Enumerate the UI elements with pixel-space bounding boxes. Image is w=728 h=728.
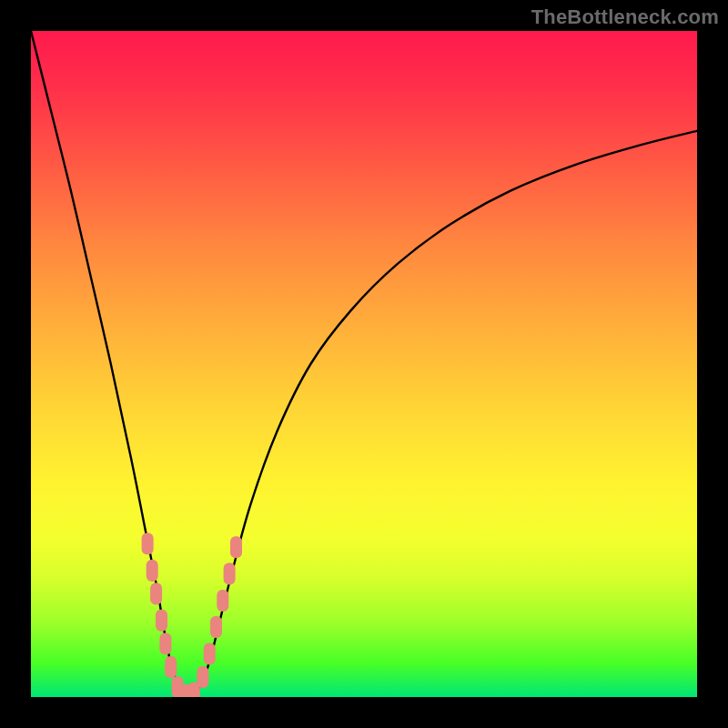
watermark: TheBottleneck.com [531, 5, 719, 29]
curve-marker [210, 616, 222, 638]
curve-marker [204, 642, 216, 664]
chart-frame: TheBottleneck.com [0, 0, 728, 728]
curve-marker [159, 632, 171, 654]
curve-marker [147, 560, 158, 581]
curve-marker [156, 610, 167, 632]
curve-marker [142, 533, 154, 555]
curve-marker [165, 656, 177, 678]
curve-marker [217, 590, 228, 612]
plot-area [31, 31, 697, 697]
curve-marker [150, 583, 162, 605]
bottleneck-curve [31, 31, 697, 697]
curve-markers [142, 533, 242, 697]
curve-layer [31, 31, 697, 697]
curve-marker [197, 666, 208, 688]
curve-marker [224, 563, 236, 585]
curve-marker [230, 536, 242, 558]
curve-line [31, 31, 697, 697]
